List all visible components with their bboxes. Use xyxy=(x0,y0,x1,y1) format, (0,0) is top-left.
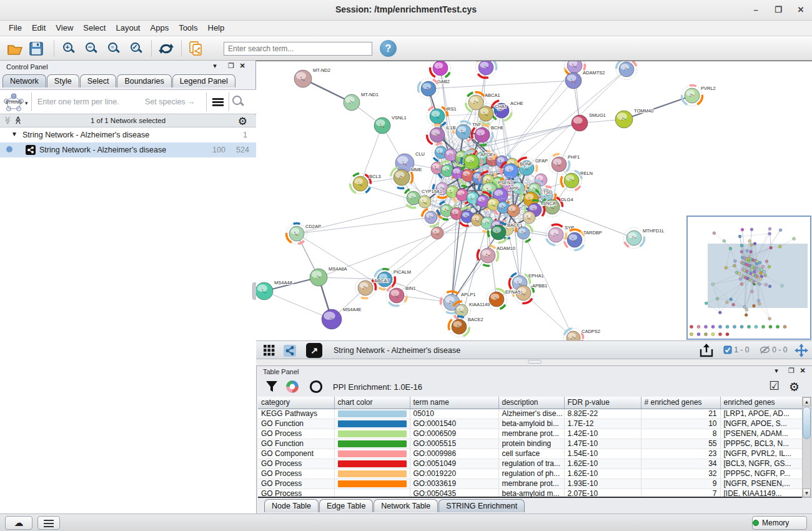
svg-text:MS4A6A: MS4A6A xyxy=(329,266,347,272)
table-row[interactable]: KEGG Pathways05010Alzheimer's dise...8.8… xyxy=(258,409,802,419)
string-options-icon[interactable] xyxy=(212,98,224,106)
task-list-button[interactable] xyxy=(37,516,60,530)
birdseye-grid-icon[interactable] xyxy=(264,345,275,356)
chart-settings-icon[interactable] xyxy=(285,380,299,394)
menu-tools[interactable]: Tools xyxy=(174,21,202,32)
column-header-enriched-genes[interactable]: enriched genes xyxy=(720,397,802,409)
table-row[interactable]: GO ComponentGO:0009986cell surface1.54E-… xyxy=(258,449,802,459)
svg-text:MT-ND1: MT-ND1 xyxy=(361,92,379,97)
tab-legend-panel[interactable]: Legend Panel xyxy=(172,74,235,87)
collection-expand-icon[interactable]: ▼ xyxy=(11,131,17,137)
string-logo[interactable]: STRING xyxy=(2,93,25,112)
tab-network[interactable]: Network xyxy=(2,74,46,87)
table-panel-close-icon[interactable]: ✕ xyxy=(798,367,808,375)
minimize-button[interactable]: – xyxy=(747,4,765,16)
cell: beta-amyloid m... xyxy=(498,489,564,498)
tab-style[interactable]: Style xyxy=(47,74,79,87)
table-header-row[interactable]: categorychart colorterm namedescriptionF… xyxy=(258,397,802,409)
export-view-button[interactable] xyxy=(698,343,717,358)
table-row[interactable]: GO ProcessGO:0050435beta-amyloid m...2.0… xyxy=(258,489,802,498)
tab-node-table[interactable]: Node Table xyxy=(264,499,319,512)
chart-color-swatch xyxy=(338,430,407,437)
scroll-up-icon[interactable]: ▲ xyxy=(803,397,811,406)
export-network-button[interactable] xyxy=(186,39,206,58)
menu-apps[interactable]: Apps xyxy=(146,21,174,32)
table-scrollbar[interactable]: ▲ ▼ xyxy=(802,397,811,498)
column-header-chart-color[interactable]: chart color xyxy=(334,397,410,409)
task-list-icon xyxy=(44,520,54,527)
svg-text:SNCA: SNCA xyxy=(543,201,556,206)
network-canvas[interactable]: MT-ND2ADAMTS2GAB2PVRL2MT-ND1ABCA1ACHECHA… xyxy=(256,61,812,340)
svg-text:TARDBP: TARDBP xyxy=(583,230,602,236)
navigator-move-icon[interactable] xyxy=(795,344,808,357)
tab-edge-table[interactable]: Edge Table xyxy=(319,499,373,512)
menu-edit[interactable]: Edit xyxy=(27,21,51,32)
table-splitter-handle[interactable] xyxy=(528,360,542,364)
table-panel-float-icon[interactable]: ❐ xyxy=(786,367,796,375)
table-row[interactable]: GO ProcessGO:0019220regulation of ph...1… xyxy=(258,469,802,479)
enrichment-settings-gear-icon[interactable]: ⚙ xyxy=(789,380,800,394)
menu-help[interactable]: Help xyxy=(203,21,230,32)
string-db-dropdown-icon[interactable]: ▾ xyxy=(25,100,28,106)
string-search-icon[interactable] xyxy=(232,96,244,107)
tab-string-enrichment[interactable]: STRING Enrichment xyxy=(438,499,525,512)
table-panel-menu-icon[interactable]: ▾ xyxy=(771,367,781,375)
save-session-button[interactable] xyxy=(26,39,46,58)
scroll-down-icon[interactable]: ▼ xyxy=(803,489,811,497)
table-row[interactable]: GO FunctionGO:0005515protein binding1.47… xyxy=(258,439,802,449)
cell: 1.54E-10 xyxy=(564,449,641,459)
tab-select[interactable]: Select xyxy=(80,74,117,87)
panel-close-icon[interactable]: ✕ xyxy=(237,62,247,70)
table-row[interactable]: GO ProcessGO:0006509membrane prot...1.42… xyxy=(258,429,802,439)
menu-view[interactable]: View xyxy=(51,21,78,32)
column-header-description[interactable]: description xyxy=(498,397,564,409)
svg-text:STRING: STRING xyxy=(6,100,22,104)
menu-layout[interactable]: Layout xyxy=(111,21,145,32)
maximize-button[interactable]: ❐ xyxy=(770,4,787,16)
set-species-label[interactable]: Set species → xyxy=(145,97,196,106)
svg-text:MS4A4A: MS4A4A xyxy=(274,280,293,285)
zoom-in-button[interactable]: + xyxy=(59,39,79,58)
menu-select[interactable]: Select xyxy=(78,21,111,32)
zoom-fit-button[interactable]: ▫ xyxy=(104,39,124,58)
memory-button[interactable]: Memory xyxy=(752,516,807,530)
table-row[interactable]: GO ProcessGO:0033619membrane prot...1.93… xyxy=(258,479,802,489)
network-row-selected[interactable]: String Network - Alzheimer's disease 100… xyxy=(0,142,256,157)
share-network-icon[interactable] xyxy=(284,345,296,357)
table-row[interactable]: GO FunctionGO:0001540beta-amyloid bi...1… xyxy=(258,419,802,429)
column-header-category[interactable]: category xyxy=(258,397,334,409)
column-header-term-name[interactable]: term name xyxy=(410,397,498,409)
table-row[interactable]: GO ProcessGO:0051049regulation of tra...… xyxy=(258,459,802,469)
cell: GO Process xyxy=(258,489,334,498)
select-rows-icon[interactable]: ☑ xyxy=(769,379,780,393)
cell: 1.93E-10 xyxy=(564,479,641,489)
tab-network-table[interactable]: Network Table xyxy=(374,499,438,512)
close-button[interactable]: ✕ xyxy=(792,4,810,16)
column-header-fdr-p-value[interactable]: FDR p-value xyxy=(564,397,641,409)
network-collection-row[interactable]: ▼ String Network - Alzheimer's disease 1 xyxy=(0,129,256,142)
cell: 32 xyxy=(641,469,720,479)
help-button[interactable]: ? xyxy=(380,40,397,57)
column-header--enriched-genes[interactable]: # enriched genes xyxy=(641,397,720,409)
filter-icon[interactable] xyxy=(265,380,278,393)
string-query-placeholder[interactable]: Enter one term per line. xyxy=(37,97,119,106)
string-network-icon xyxy=(26,145,36,155)
cloud-button[interactable]: ☁ xyxy=(5,516,32,530)
open-session-button[interactable] xyxy=(5,39,25,58)
enrichment-table[interactable]: categorychart colorterm namedescriptionF… xyxy=(258,397,802,498)
search-input[interactable] xyxy=(224,42,372,56)
zoom-out-button[interactable]: − xyxy=(81,39,101,58)
menu-file[interactable]: File xyxy=(4,21,27,32)
scrollbar-thumb[interactable] xyxy=(803,407,811,439)
svg-text:PVRL2: PVRL2 xyxy=(701,86,716,91)
network-options-gear-icon[interactable]: ⚙ xyxy=(238,115,247,128)
svg-text:BACE1: BACE1 xyxy=(507,222,523,228)
refresh-button[interactable] xyxy=(156,39,176,58)
network-selection-bar: ≫ ≫ 1 of 1 Network selected ⚙ xyxy=(0,115,256,127)
panel-float-icon[interactable]: ❐ xyxy=(226,62,236,70)
zoom-selected-button[interactable]: ✓ xyxy=(126,39,146,58)
panel-menu-icon[interactable]: ▾ xyxy=(210,62,220,70)
remove-chart-icon[interactable] xyxy=(309,380,323,394)
open-in-string-icon[interactable]: ↗ xyxy=(306,343,322,358)
tab-boundaries[interactable]: Boundaries xyxy=(117,74,171,87)
